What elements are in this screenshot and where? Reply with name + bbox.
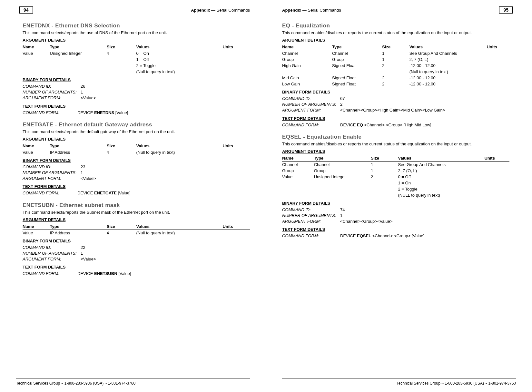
cmd-desc-eq: This command enables/disables or reports…	[282, 30, 509, 35]
footer-text: Technical Services Group ~ 1-800-283-593…	[282, 381, 516, 386]
header-rule	[513, 10, 516, 10]
th-size: Size	[107, 44, 136, 50]
arg-table-eq: Name Type Size Values Units ChannelChann…	[282, 44, 509, 87]
table-row: 1 = Off	[23, 56, 250, 63]
kv-val: 26	[81, 83, 85, 89]
table-row: High GainSigned Float2-12.00 - 12.00	[282, 63, 509, 69]
table-header-row: Name Type Size Values Units	[23, 223, 250, 230]
table-row: (Null to query in text)	[23, 69, 250, 75]
footer-text: Technical Services Group ~ 1-800-283-593…	[16, 381, 250, 386]
footer-rule	[16, 378, 250, 378]
table-row: (Null to query in text)	[282, 69, 509, 75]
kv-val: 1	[81, 89, 83, 95]
table-row: ValueUnsigned Integer20 = Off	[282, 174, 509, 180]
header-rule	[16, 10, 19, 10]
table-row: ValueIP Address4(Null to query in text)	[23, 149, 250, 155]
table-row: ValueUnsigned Integer40 = On	[23, 50, 250, 57]
right-content: EQ - Equalization This command enables/d…	[282, 23, 516, 239]
cmd-title-enetgate: ENETGATE - Ethernet default Gateway addr…	[23, 122, 250, 128]
bin-details-head: BINARY FORM DETAILS	[23, 77, 250, 82]
header-left: 94 Appendix — Serial Commands	[16, 6, 250, 14]
arg-details-head: ARGUMENT DETAILS	[23, 137, 250, 142]
cmd-desc-eqsel: This command enables/disables or reports…	[282, 142, 509, 146]
page-right: Appendix — Serial Commands 95 EQ - Equal…	[266, 0, 532, 392]
left-content: ENETDNX - Ethernet DNS Selection This co…	[16, 23, 250, 277]
arg-details-head: ARGUMENT DETAILS	[282, 38, 509, 43]
table-row: 2 = Toggle	[282, 186, 509, 192]
kv-row: NUMBER OF ARGUMENTS:2	[282, 102, 509, 107]
cmd-desc-enetsubn: This command selects/reports the Subnet …	[23, 210, 250, 215]
footer-right: Technical Services Group ~ 1-800-283-593…	[282, 378, 516, 386]
kv-row: NUMBER OF ARGUMENTS:1	[23, 89, 250, 95]
cmd-title-enetdnx: ENETDNX - Ethernet DNS Selection	[23, 23, 250, 29]
arg-details-head: ARGUMENT DETAILS	[282, 149, 509, 154]
kv-val: DEVICE ENETDNS [Value]	[77, 110, 128, 115]
table-row: 1 = On	[282, 180, 509, 186]
kv-row: COMMAND FORM:DEVICE EQ <Channel> <Group>…	[282, 122, 509, 128]
arg-details-head: ARGUMENT DETAILS	[23, 217, 250, 222]
header-rule	[441, 10, 499, 10]
kv-row: COMMAND FORM:DEVICE ENETSUBN [Value]	[23, 271, 250, 277]
table-row: ValueIP Address4(Null to query in text)	[23, 230, 250, 236]
header-appendix: Appendix	[191, 8, 210, 13]
kv-label: NUMBER OF ARGUMENTS:	[23, 89, 81, 95]
header-subtitle: — Serial Commands	[210, 8, 250, 13]
cmd-title-eqsel: EQSEL - Equalization Enable	[282, 134, 509, 140]
bin-details-head: BINARY FORM DETAILS	[282, 201, 509, 206]
kv-row: NUMBER OF ARGUMENTS:1	[23, 250, 250, 256]
header-title: Appendix — Serial Commands	[191, 8, 250, 13]
table-row: GroupGroup12, 7 (O, L)	[282, 56, 509, 63]
table-header-row: Name Type Size Values Units	[23, 44, 250, 50]
text-details-head: TEXT FORM DETAILS	[282, 116, 509, 121]
th-type: Type	[50, 44, 107, 50]
table-row: Low GainSigned Float2-12.00 - 12.00	[282, 81, 509, 87]
kv-row: COMMAND ID:23	[23, 164, 250, 170]
table-row: Mid GainSigned Float2-12.00 - 12.00	[282, 75, 509, 81]
kv-row: COMMAND FORM:DEVICE EQSEL <Channel> <Gro…	[282, 233, 509, 239]
cmd-desc-enetgate: This command selects/reports the default…	[23, 129, 250, 134]
kv-row: ARGUMENT FORM:<Value>	[23, 95, 250, 101]
text-details-head: TEXT FORM DETAILS	[282, 227, 509, 232]
kv-row: COMMAND ID:67	[282, 96, 509, 102]
kv-row: NUMBER OF ARGUMENTS:1	[282, 213, 509, 219]
bin-details-head: BINARY FORM DETAILS	[23, 239, 250, 243]
header-title: Appendix — Serial Commands	[282, 8, 341, 13]
cmd-title-eq: EQ - Equalization	[282, 23, 509, 29]
page-number-left: 94	[19, 6, 33, 14]
bin-details-head: BINARY FORM DETAILS	[23, 158, 250, 163]
kv-row: COMMAND ID:22	[23, 245, 250, 250]
kv-row: COMMAND FORM:DEVICE ENETGATE [Value]	[23, 190, 250, 196]
kv-label: COMMAND ID:	[23, 83, 81, 89]
table-header-row: Name Type Size Values Units	[282, 44, 509, 50]
kv-row: NUMBER OF ARGUMENTS:1	[23, 170, 250, 176]
arg-table-enetsubn: Name Type Size Values Units ValueIP Addr…	[23, 223, 250, 236]
th-units: Units	[222, 44, 250, 50]
kv-row: ARGUMENT FORM:<Value>	[23, 176, 250, 181]
table-row: ChannelChannel1See Group And Channels	[282, 161, 509, 168]
header-rule	[33, 10, 91, 10]
arg-table-eqsel: Name Type Size Values Units ChannelChann…	[282, 155, 509, 198]
footer-left: Technical Services Group ~ 1-800-283-593…	[16, 378, 250, 386]
table-row: GroupGroup12, 7 (O, L)	[282, 168, 509, 174]
arg-details-head: ARGUMENT DETAILS	[23, 38, 250, 43]
kv-row: COMMAND FORM:DEVICE ENETDNS [Value]	[23, 110, 250, 116]
text-details-head: TEXT FORM DETAILS	[23, 184, 250, 189]
th-name: Name	[23, 44, 50, 50]
page-left: 94 Appendix — Serial Commands ENETDNX - …	[0, 0, 266, 392]
cmd-title-enetsubn: ENETSUBN - Ethernet subnet mask	[23, 202, 250, 209]
table-row: ChannelChannel1See Group And Channels	[282, 50, 509, 57]
arg-table-enetgate: Name Type Size Values Units ValueIP Addr…	[23, 143, 250, 155]
kv-row: COMMAND ID:74	[282, 207, 509, 213]
table-row: 2 = Toggle	[23, 63, 250, 69]
table-row: (NULL to query in text)	[282, 192, 509, 198]
text-details-head: TEXT FORM DETAILS	[23, 265, 250, 270]
kv-val: <Value>	[81, 95, 96, 101]
footer-rule	[282, 378, 516, 378]
header-right: Appendix — Serial Commands 95	[282, 6, 516, 14]
table-header-row: Name Type Size Values Units	[282, 155, 509, 162]
text-details-head: TEXT FORM DETAILS	[23, 104, 250, 109]
kv-row: ARGUMENT FORM:<Value>	[23, 256, 250, 262]
table-header-row: Name Type Size Values Units	[23, 143, 250, 149]
kv-row: COMMAND ID:26	[23, 83, 250, 89]
kv-row: ARGUMENT FORM:<Channel><Group><Value>	[282, 219, 509, 224]
